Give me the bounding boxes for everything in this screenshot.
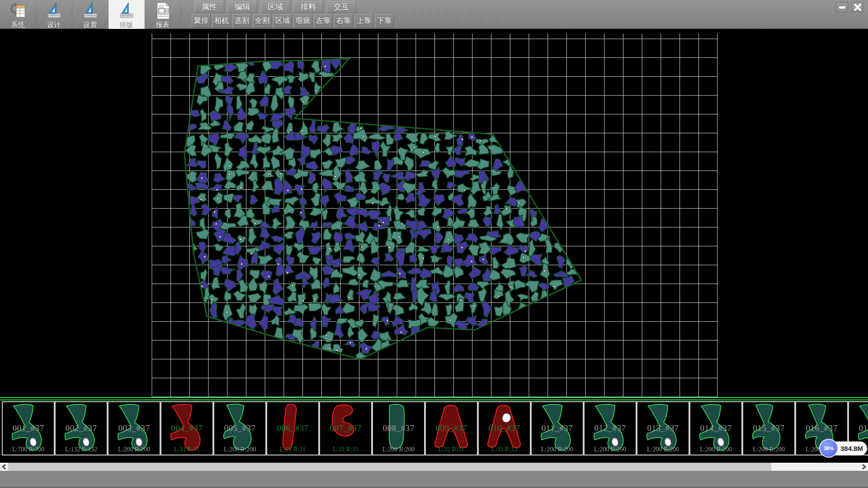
system-button[interactable]: 系统 [0, 0, 36, 29]
piece-id: 009_#37 [426, 423, 477, 433]
tool-button[interactable]: 区域 [273, 14, 292, 28]
menu-tab[interactable]: 排料 [293, 1, 323, 13]
piece-counts: L:700 R:700 [3, 446, 54, 453]
piece-id: 006_#37 [267, 423, 318, 433]
piece-thumbnail[interactable]: 015_#37L:200 R:200 [742, 401, 795, 455]
system-button-label: 系统 [11, 21, 25, 28]
tool-button[interactable]: 相机 [212, 14, 231, 28]
tool-button[interactable]: 右靠 [334, 14, 353, 28]
piece-counts: L:200 R:200 [532, 446, 583, 453]
close-icon [853, 3, 862, 12]
report-button-label: 报表 [156, 21, 170, 28]
toolbar: 系统 设计 设置 [0, 0, 868, 29]
piece-thumbnail-list: 001_#37L:700 R:700002_#37L:132 R:132003_… [0, 401, 868, 455]
piece-thumbnail[interactable]: 007_#37L:31 R:31 [319, 401, 372, 455]
piece-thumbnail[interactable]: 008_#37L:200 R:200 [372, 401, 425, 455]
piece-thumbnail[interactable]: 003_#37L:200 R:200 [108, 401, 160, 455]
minimize-icon [838, 3, 846, 11]
report-document-icon [153, 1, 172, 20]
piece-strip: 001_#37L:700 R:700002_#37L:132 R:132003_… [0, 397, 868, 462]
report-button[interactable]: 报表 [145, 0, 181, 29]
piece-id: 013_#37 [637, 423, 689, 433]
piece-thumbnail[interactable]: 013_#37L:200 R:200 [637, 401, 689, 455]
piece-id: 002_#37 [56, 423, 107, 433]
piece-counts: L:200 R:200 [690, 446, 741, 453]
layout-button-label: 排版 [120, 21, 133, 28]
piece-thumbnail[interactable]: 010_#37L:33 R:33 [478, 401, 531, 455]
piece-counts: L:200 R:200 [585, 446, 636, 453]
piece-id: 004_#37 [161, 423, 212, 433]
piece-counts: L:21 R:21 [267, 446, 318, 453]
system-gear-icon [9, 1, 28, 20]
tool-button[interactable]: 选割 [232, 14, 251, 28]
piece-counts: L:200 R:200 [214, 446, 265, 453]
piece-counts: L:31 R:31 [320, 446, 371, 453]
piece-counts: L:32 R:31 [426, 446, 477, 453]
horizontal-scrollbar[interactable] [0, 463, 868, 471]
settings-ruler-icon [81, 1, 100, 20]
nested-pieces [180, 56, 579, 362]
piece-id: 012_#37 [585, 423, 636, 433]
piece-thumbnail[interactable]: 011_#37L:200 R:200 [531, 401, 584, 455]
layout-button[interactable]: 排版 [108, 0, 145, 29]
scroll-right-arrow[interactable] [860, 463, 868, 471]
chevron-left-icon [2, 464, 6, 469]
window-controls [836, 2, 863, 12]
layout-ruler-icon [117, 1, 136, 20]
piece-counts: L:200 R:200 [637, 446, 689, 453]
piece-thumbnail[interactable]: 002_#37L:132 R:132 [55, 401, 108, 455]
piece-thumbnail[interactable]: 004_#37L:31 R:31 [160, 401, 213, 455]
close-button[interactable] [851, 2, 863, 12]
status-bar [0, 471, 868, 488]
piece-thumbnail[interactable]: 009_#37L:32 R:31 [425, 401, 478, 455]
design-ruler-icon [45, 1, 64, 20]
design-button-label: 设计 [47, 21, 61, 28]
strip-second-line [0, 399, 868, 400]
menu-tab[interactable]: 编辑 [227, 1, 257, 13]
piece-id: 007_#37 [320, 423, 371, 433]
workspace-canvas[interactable] [0, 29, 868, 397]
piece-thumbnail[interactable]: 014_#37L:200 R:200 [689, 401, 742, 455]
menu-tab[interactable]: 区域 [260, 1, 290, 13]
piece-counts: L:31 R:31 [161, 446, 212, 453]
settings-button-label: 设置 [84, 21, 97, 28]
piece-thumbnail[interactable]: 006_#37L:21 R:21 [266, 401, 319, 455]
menu-tab[interactable]: 属性 [194, 1, 224, 13]
piece-counts: L:200 R:200 [373, 446, 424, 453]
tool-button[interactable]: 全割 [253, 14, 272, 28]
design-button[interactable]: 设计 [36, 0, 72, 29]
piece-id: 003_#37 [108, 423, 160, 433]
piece-counts: L:33 R:33 [479, 446, 530, 453]
piece-id: 011_#37 [532, 423, 583, 433]
tool-button[interactable]: 下靠 [375, 14, 394, 28]
piece-id: 015_#37 [743, 423, 794, 433]
status-badge: 384.8M 38% [819, 438, 868, 459]
scrollbar-thumb[interactable] [8, 463, 771, 471]
piece-id: 016_#37 [796, 423, 847, 433]
nesting-canvas[interactable] [0, 29, 868, 397]
chevron-right-icon [862, 464, 866, 469]
tool-button[interactable]: 聚排 [192, 14, 211, 28]
settings-button[interactable]: 设置 [72, 0, 108, 29]
piece-thumbnail[interactable]: 005_#37L:200 R:200 [213, 401, 266, 455]
piece-counts: L:200 R:200 [108, 446, 160, 453]
menu-tab-bar: 属性编辑区域排料交互 [194, 1, 356, 13]
tool-button[interactable]: 瑕疵 [293, 14, 312, 28]
scroll-left-arrow[interactable] [0, 463, 8, 471]
tool-button[interactable]: 上靠 [354, 14, 373, 28]
piece-id: 005_#37 [214, 423, 265, 433]
tool-button[interactable]: 左靠 [314, 14, 333, 28]
minimize-button[interactable] [836, 2, 848, 12]
piece-id: 017_#37 [849, 423, 868, 433]
piece-id: 014_#37 [690, 423, 741, 433]
main-icon-bar: 系统 设计 设置 [0, 0, 181, 29]
menu-tab[interactable]: 交互 [326, 1, 356, 13]
piece-thumbnail[interactable]: 001_#37L:700 R:700 [2, 401, 55, 455]
piece-thumbnail[interactable]: 012_#37L:200 R:200 [584, 401, 637, 455]
tool-button-row: 聚排相机选割全割区域瑕疵左靠右靠上靠下靠 [192, 14, 394, 28]
piece-id: 008_#37 [373, 423, 424, 433]
piece-counts: L:132 R:132 [56, 446, 107, 453]
piece-counts: L:200 R:200 [743, 446, 794, 453]
progress-indicator: 38% [819, 439, 838, 458]
piece-id: 001_#37 [3, 423, 54, 433]
